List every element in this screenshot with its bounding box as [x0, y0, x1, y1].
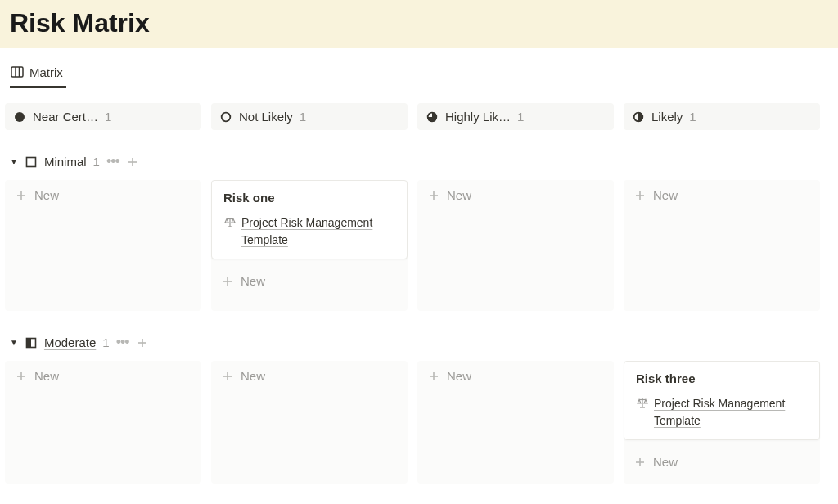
group-label[interactable]: Minimal	[44, 155, 87, 169]
plus-icon[interactable]	[126, 155, 139, 169]
group-count: 1	[102, 335, 109, 349]
new-label: New	[34, 369, 59, 383]
circle-empty-icon	[219, 110, 232, 124]
plus-icon	[427, 370, 440, 383]
svg-rect-7	[26, 157, 35, 166]
column-not-likely[interactable]: Not Likely 1	[211, 103, 408, 130]
column-label: Highly Lik…	[445, 110, 511, 124]
board-view: Near Cert… 1 Not Likely 1 Highly Lik… 1	[0, 88, 838, 484]
new-label: New	[653, 455, 678, 469]
new-label: New	[241, 369, 265, 383]
page-title: Risk Matrix	[10, 8, 828, 38]
new-button[interactable]: New	[5, 180, 201, 210]
group-header-moderate: ▼ Moderate 1 •••	[5, 311, 833, 361]
scales-icon	[223, 216, 237, 229]
card-relation[interactable]: Project Risk Management Template	[223, 214, 395, 249]
group-label[interactable]: Moderate	[44, 335, 96, 349]
new-button[interactable]: New	[211, 266, 408, 296]
new-label: New	[653, 188, 678, 202]
group-header-minimal: ▼ Minimal 1 •••	[5, 130, 833, 180]
column-label: Not Likely	[239, 110, 293, 124]
new-button[interactable]: New	[5, 361, 201, 391]
square-empty-icon	[25, 155, 38, 169]
columns-header-row: Near Cert… 1 Not Likely 1 Highly Lik… 1	[5, 103, 833, 130]
plus-icon	[427, 189, 440, 202]
board-cell: New	[417, 361, 614, 484]
board-cell: New	[5, 361, 201, 484]
new-label: New	[241, 274, 265, 288]
svg-rect-0	[11, 67, 23, 77]
svg-rect-22	[26, 338, 31, 347]
chevron-down-icon[interactable]: ▼	[10, 157, 18, 166]
tab-label: Matrix	[29, 65, 63, 79]
card-link-text: Project Risk Management Template	[241, 214, 395, 249]
circle-half-icon	[632, 110, 645, 124]
new-button[interactable]: New	[624, 180, 820, 210]
card-risk-three[interactable]: Risk three Project Risk Management Templ…	[624, 361, 820, 440]
board-icon	[10, 65, 25, 79]
new-button[interactable]: New	[211, 361, 408, 391]
new-label: New	[447, 369, 471, 383]
column-label: Near Cert…	[33, 110, 98, 124]
new-button[interactable]: New	[417, 180, 614, 210]
card-link-text: Project Risk Management Template	[654, 395, 808, 430]
column-count: 1	[105, 110, 111, 124]
column-count: 1	[517, 110, 524, 124]
more-icon[interactable]: •••	[116, 334, 129, 351]
column-highly-likely[interactable]: Highly Lik… 1	[417, 103, 614, 130]
group-row-moderate: New New New Risk three Project R	[5, 361, 833, 484]
card-risk-one[interactable]: Risk one Project Risk Management Templat…	[211, 180, 408, 259]
circle-threequarter-icon	[426, 110, 439, 124]
circle-full-icon	[13, 110, 26, 124]
group-row-minimal: New Risk one Project Risk Management Tem…	[5, 180, 833, 311]
board-cell: Risk one Project Risk Management Templat…	[211, 180, 408, 311]
card-relation[interactable]: Project Risk Management Template	[636, 395, 808, 430]
page-header: Risk Matrix	[0, 0, 838, 48]
card-title: Risk one	[223, 191, 395, 205]
new-label: New	[447, 188, 471, 202]
column-label: Likely	[651, 110, 683, 124]
plus-icon	[221, 370, 234, 383]
new-button[interactable]: New	[417, 361, 614, 391]
plus-icon	[221, 275, 234, 288]
plus-icon	[633, 189, 647, 202]
column-near-certain[interactable]: Near Cert… 1	[5, 103, 201, 130]
svg-point-4	[222, 112, 231, 121]
more-icon[interactable]: •••	[106, 153, 119, 170]
view-tabs: Matrix	[0, 48, 838, 88]
column-count: 1	[300, 110, 306, 124]
column-count: 1	[689, 110, 696, 124]
group-count: 1	[93, 155, 100, 169]
board-cell: New	[211, 361, 408, 484]
board-cell: New	[417, 180, 614, 311]
svg-point-3	[15, 112, 25, 122]
scales-icon	[636, 397, 649, 410]
board-cell: New	[624, 180, 820, 311]
board-cell: New	[5, 180, 201, 311]
new-button[interactable]: New	[624, 447, 820, 477]
plus-icon	[15, 189, 28, 202]
chevron-down-icon[interactable]: ▼	[10, 338, 18, 347]
plus-icon[interactable]	[136, 336, 149, 349]
plus-icon	[633, 456, 647, 469]
square-half-icon	[25, 336, 38, 349]
column-likely[interactable]: Likely 1	[624, 103, 820, 130]
board-cell: Risk three Project Risk Management Templ…	[624, 361, 820, 484]
plus-icon	[15, 370, 28, 383]
new-label: New	[34, 188, 59, 202]
card-title: Risk three	[636, 371, 808, 385]
tab-matrix[interactable]: Matrix	[10, 60, 66, 88]
